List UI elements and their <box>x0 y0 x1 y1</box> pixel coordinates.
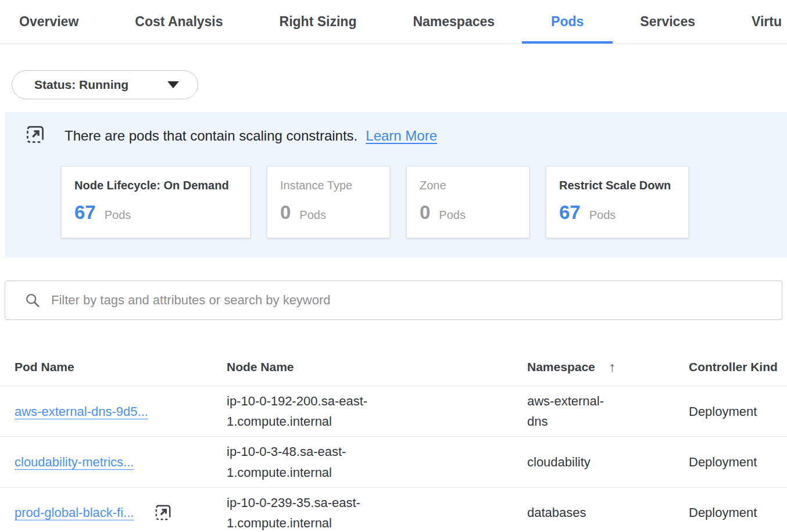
column-header-namespace[interactable]: Namespace ↑ <box>527 360 689 375</box>
tab-services[interactable]: Services <box>640 0 695 44</box>
scale-out-icon <box>153 503 173 522</box>
table-row: cloudability-metrics... ip-10-0-3-48.sa-… <box>0 436 787 487</box>
card-value: 67 <box>559 202 581 224</box>
card-restrict-scale-down[interactable]: Restrict Scale Down 67 Pods <box>546 166 689 238</box>
status-filter-label: Status: Running <box>34 78 128 92</box>
card-value: 0 <box>280 202 291 224</box>
card-unit: Pods <box>439 209 466 222</box>
constraint-cards-row: Node Lifecycle: On Demand 67 Pods Instan… <box>61 166 787 238</box>
pod-name-link[interactable]: cloudability-metrics... <box>15 452 134 472</box>
node-name: ip-10-0-192-200.sa-east-1.compute.intern… <box>227 391 375 432</box>
column-header-pod-name[interactable]: Pod Name <box>15 360 227 374</box>
filter-search-bar <box>5 281 782 320</box>
card-unit: Pods <box>589 209 616 222</box>
learn-more-link[interactable]: Learn More <box>366 128 437 144</box>
node-name: ip-10-0-239-35.sa-east-1.compute.interna… <box>227 493 375 532</box>
column-header-controller-kind[interactable]: Controller Kind <box>689 360 787 374</box>
card-value: 0 <box>420 202 430 224</box>
card-title: Instance Type <box>280 179 377 192</box>
card-title: Node Lifecycle: On Demand <box>74 179 237 192</box>
card-value: 67 <box>74 202 96 224</box>
status-filter-dropdown[interactable]: Status: Running <box>12 70 198 99</box>
scaling-constraints-banner: There are pods that contain scaling cons… <box>5 112 787 257</box>
namespace: cloudability <box>527 452 591 472</box>
table-header-row: Pod Name Node Name Namespace ↑ Controlle… <box>0 348 787 386</box>
pod-name-link[interactable]: prod-global-black-fi... <box>15 502 134 523</box>
table-row: prod-global-black-fi... ip-10-0-239-35.s… <box>0 487 787 532</box>
card-zone[interactable]: Zone 0 Pods <box>406 166 530 238</box>
card-instance-type[interactable]: Instance Type 0 Pods <box>267 166 390 238</box>
namespace: databases <box>527 502 586 523</box>
card-title: Restrict Scale Down <box>559 179 675 192</box>
top-tab-bar: Overview Cost Analysis Right Sizing Name… <box>0 0 787 44</box>
column-header-label: Namespace <box>527 360 595 374</box>
tab-virtual[interactable]: Virtu <box>752 0 782 44</box>
tab-cost-analysis[interactable]: Cost Analysis <box>135 0 223 44</box>
banner-message: There are pods that contain scaling cons… <box>65 128 357 144</box>
pod-name-link[interactable]: aws-external-dns-9d5... <box>15 401 148 422</box>
tab-overview[interactable]: Overview <box>19 0 78 44</box>
table-row: aws-external-dns-9d5... ip-10-0-192-200.… <box>0 386 787 436</box>
controller-kind: Deployment <box>689 447 787 477</box>
scale-out-icon <box>24 124 46 148</box>
tab-pods[interactable]: Pods <box>551 0 584 44</box>
tab-namespaces[interactable]: Namespaces <box>413 0 495 44</box>
node-name: ip-10-0-3-48.sa-east-1.compute.internal <box>227 441 375 482</box>
card-title: Zone <box>420 179 516 192</box>
tab-right-sizing[interactable]: Right Sizing <box>280 0 357 44</box>
pods-table: Pod Name Node Name Namespace ↑ Controlle… <box>0 348 787 532</box>
controller-kind: Deployment <box>689 498 787 527</box>
column-header-node-name[interactable]: Node Name <box>227 360 527 374</box>
search-input[interactable] <box>51 293 770 308</box>
chevron-down-icon <box>167 81 179 88</box>
namespace: aws-external-dns <box>527 391 616 432</box>
card-unit: Pods <box>105 209 131 222</box>
card-node-lifecycle[interactable]: Node Lifecycle: On Demand 67 Pods <box>61 166 251 238</box>
controller-kind: Deployment <box>689 397 787 426</box>
sort-ascending-icon: ↑ <box>609 360 616 375</box>
card-unit: Pods <box>299 209 326 222</box>
search-icon <box>25 293 41 308</box>
